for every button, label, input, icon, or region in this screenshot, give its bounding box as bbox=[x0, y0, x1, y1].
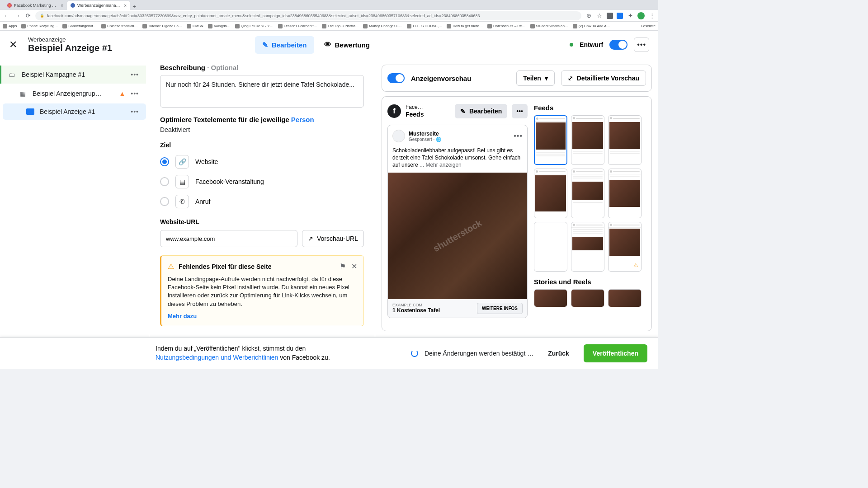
favicon-icon bbox=[7, 3, 12, 8]
browser-toolbar: ← → ⟳ 🔒 facebook.com/adsmanager/manage/a… bbox=[0, 10, 658, 22]
placement-thumb[interactable] bbox=[571, 222, 604, 272]
placement-thumb[interactable] bbox=[571, 115, 604, 165]
pencil-icon: ✎ bbox=[460, 108, 466, 115]
bookmark-item[interactable]: Vologda… bbox=[208, 24, 231, 28]
placement-thumb[interactable] bbox=[571, 289, 604, 307]
url-bar[interactable]: 🔒 facebook.com/adsmanager/manage/ads/edi… bbox=[35, 11, 581, 20]
placement-thumb[interactable] bbox=[534, 222, 567, 272]
browser-tab[interactable]: Werbeanzeigenmanager - We… × bbox=[67, 1, 130, 10]
more-icon[interactable]: ••• bbox=[131, 71, 139, 78]
tab-review[interactable]: 👁 Bewertung bbox=[317, 36, 377, 54]
form-panel: Beschreibung · Optional Nur noch für 24 … bbox=[149, 59, 375, 337]
bookmarks-bar: Apps Phone Recycling… Sonderangebot… Chi… bbox=[0, 22, 658, 31]
active-toggle[interactable] bbox=[609, 40, 627, 50]
globe-icon: 🌐 bbox=[436, 137, 441, 142]
draft-status: Entwurf bbox=[580, 41, 603, 48]
more-icon[interactable]: ••• bbox=[131, 108, 139, 115]
preview-url-button[interactable]: ↗ Vorschau-URL bbox=[302, 230, 364, 247]
more-menu[interactable]: ••• bbox=[634, 38, 649, 52]
placement-thumb[interactable] bbox=[608, 289, 642, 307]
bookmark-item[interactable]: Leseliste bbox=[641, 24, 656, 28]
close-button[interactable]: ✕ bbox=[9, 39, 17, 51]
placement-thumb[interactable]: ⚠ bbox=[608, 222, 642, 272]
person-link[interactable]: Person bbox=[291, 116, 314, 123]
forward-icon[interactable]: → bbox=[14, 12, 21, 19]
external-link-icon: ↗ bbox=[308, 235, 313, 242]
ad-menu-icon[interactable]: ••• bbox=[514, 132, 523, 140]
optimize-status: Deaktiviert bbox=[160, 126, 364, 133]
close-icon[interactable]: × bbox=[61, 3, 63, 8]
bookmark-item[interactable]: The Top 3 Platfor… bbox=[322, 24, 359, 28]
zoom-icon[interactable]: ⊕ bbox=[585, 12, 592, 19]
description-input[interactable]: Nur noch für 24 Stunden. Sichere dir jet… bbox=[160, 75, 364, 108]
profile-avatar[interactable] bbox=[637, 12, 645, 19]
more-icon[interactable]: ••• bbox=[131, 90, 139, 97]
sidebar-item-ad[interactable]: Beispiel Anzeige #1 ••• bbox=[3, 103, 146, 120]
bookmark-item[interactable]: Tutorial: Eigene Fa… bbox=[142, 24, 182, 28]
ad-creative-image bbox=[388, 173, 527, 299]
publish-footer: Indem du auf „Veröffentlichen" klickst, … bbox=[0, 337, 658, 369]
placement-more-button[interactable]: ••• bbox=[512, 104, 528, 118]
destination-label: Ziel bbox=[160, 141, 364, 149]
website-url-input[interactable] bbox=[160, 230, 297, 247]
phone-icon: ✆ bbox=[175, 195, 189, 208]
report-icon[interactable]: ⚑ bbox=[340, 262, 346, 271]
bookmark-item[interactable]: Apps bbox=[3, 24, 17, 28]
terms-link[interactable]: Nutzungsbedingungen und Werberichtlinien bbox=[156, 354, 278, 361]
placement-thumb[interactable] bbox=[534, 169, 567, 218]
destination-option-website[interactable]: 🔗 Website bbox=[160, 155, 364, 169]
see-more-link[interactable]: ... Mehr anzeigen bbox=[420, 162, 462, 168]
browser-tab[interactable]: Facebook Marketing & Werbe… × bbox=[4, 1, 67, 10]
placement-thumb[interactable] bbox=[608, 169, 642, 218]
reload-icon[interactable]: ⟳ bbox=[24, 12, 32, 19]
bookmark-item[interactable]: Student Wants an… bbox=[530, 24, 568, 28]
placement-thumb[interactable] bbox=[534, 115, 567, 165]
browser-tab-strip: Facebook Marketing & Werbe… × Werbeanzei… bbox=[0, 0, 658, 10]
bookmark-item[interactable]: Chinese translati… bbox=[101, 24, 138, 28]
bookmark-item[interactable]: Sonderangebot… bbox=[62, 24, 97, 28]
sidebar-item-adset[interactable]: ▦ Beispiel Anzeigengrup… ▲ ••• bbox=[3, 84, 146, 103]
radio-input[interactable] bbox=[160, 197, 169, 206]
warning-icon: ⚠ bbox=[168, 262, 174, 271]
bookmark-item[interactable]: Money Changes E… bbox=[363, 24, 402, 28]
app-header: ✕ Werbeanzeige Beispiel Anzeige #1 ✎ Bea… bbox=[0, 31, 658, 59]
bookmark-item[interactable]: GMSN bbox=[187, 24, 203, 28]
back-button[interactable]: Zurück bbox=[540, 345, 577, 361]
share-button[interactable]: Teilen▾ bbox=[516, 70, 554, 86]
menu-icon[interactable]: ⋮ bbox=[648, 12, 656, 19]
bookmark-item[interactable]: LEE 'S HOUSE,… bbox=[407, 24, 442, 28]
radio-input[interactable] bbox=[160, 157, 169, 166]
learn-more-link[interactable]: Mehr dazu bbox=[168, 313, 357, 319]
edit-placement-button[interactable]: ✎Bearbeiten bbox=[455, 104, 507, 118]
detailed-preview-button[interactable]: ⤢Detaillierte Vorschau bbox=[561, 70, 646, 86]
new-tab-button[interactable]: + bbox=[130, 3, 138, 10]
bookmark-item[interactable]: (2) How To Add A… bbox=[573, 24, 610, 28]
bookmark-item[interactable]: How to get more… bbox=[447, 24, 483, 28]
destination-option-event[interactable]: ▤ Facebook-Veranstaltung bbox=[160, 175, 364, 188]
bookmark-item[interactable]: Qing Fei De Yi - Y… bbox=[235, 24, 274, 28]
destination-option-call[interactable]: ✆ Anruf bbox=[160, 195, 364, 208]
bookmark-item[interactable]: Lessons Learned f… bbox=[278, 24, 317, 28]
close-icon[interactable]: ✕ bbox=[351, 262, 357, 271]
placement-thumb[interactable] bbox=[534, 289, 567, 307]
warning-icon: ⚠ bbox=[633, 262, 638, 268]
extension-icon[interactable] bbox=[617, 13, 623, 19]
radio-input[interactable] bbox=[160, 177, 169, 186]
bookmark-item[interactable]: Datenschutz – Re… bbox=[487, 24, 526, 28]
page-avatar bbox=[392, 130, 405, 142]
sidebar-item-campaign[interactable]: 🗀 Beispiel Kampagne #1 ••• bbox=[0, 66, 146, 84]
close-icon[interactable]: × bbox=[124, 3, 127, 8]
placement-thumb[interactable] bbox=[571, 169, 604, 218]
tab-edit[interactable]: ✎ Bearbeiten bbox=[255, 36, 314, 54]
publish-button[interactable]: Veröffentlichen bbox=[584, 344, 647, 362]
translate-icon[interactable]: ☆ bbox=[596, 12, 603, 19]
confirm-status: Deine Änderungen werden bestätigt … bbox=[425, 350, 533, 357]
placement-thumb[interactable] bbox=[608, 115, 642, 165]
cta-button[interactable]: WEITERE INFOS bbox=[477, 303, 523, 314]
back-icon[interactable]: ← bbox=[3, 12, 10, 19]
preview-title: Anzeigenvorschau bbox=[411, 75, 510, 82]
bookmark-item[interactable]: Phone Recycling… bbox=[21, 24, 58, 28]
extensions-icon[interactable]: ✦ bbox=[627, 12, 634, 19]
preview-toggle[interactable] bbox=[387, 73, 405, 83]
extension-icon[interactable] bbox=[607, 13, 613, 19]
